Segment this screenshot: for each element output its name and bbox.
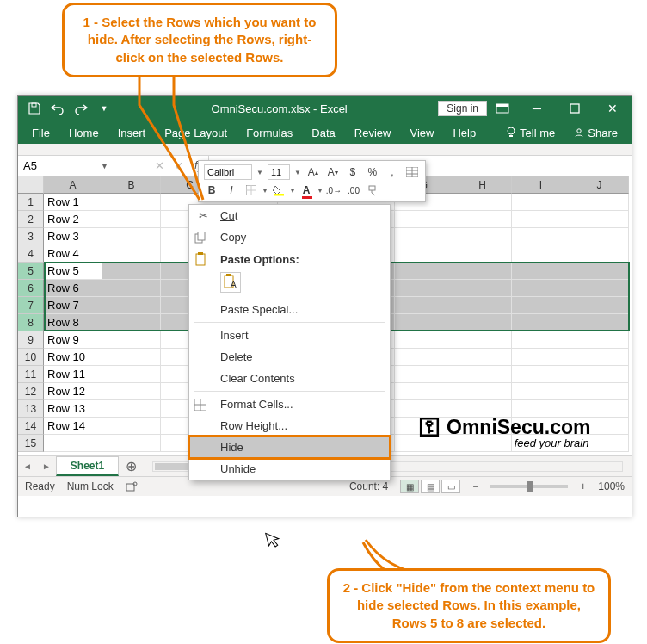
cell[interactable] [453, 228, 512, 245]
cell[interactable] [395, 366, 453, 383]
minimize-button[interactable]: ─ [518, 96, 556, 121]
decrease-decimal-icon[interactable]: .0→ [326, 183, 342, 198]
cell[interactable] [102, 314, 161, 331]
percent-format-icon[interactable]: % [365, 164, 380, 180]
tab-file[interactable]: File [23, 123, 59, 143]
row-header-13[interactable]: 13 [18, 400, 44, 418]
ctx-row-height[interactable]: Row Height... [189, 415, 390, 437]
ctx-paste-special[interactable]: Paste Special... [189, 299, 390, 320]
ctx-copy[interactable]: Copy [189, 226, 390, 248]
cell[interactable] [453, 194, 512, 211]
row-header-8[interactable]: 8 [18, 314, 44, 331]
ribbon-options-icon[interactable] [487, 96, 518, 121]
normal-view-button[interactable]: ▦ [400, 480, 419, 493]
borders-icon[interactable] [243, 183, 259, 198]
cell[interactable] [102, 366, 161, 383]
ctx-clear-contents[interactable]: Clear Contents [189, 368, 390, 389]
cell[interactable] [453, 314, 512, 331]
row-header-6[interactable]: 6 [18, 280, 44, 297]
ctx-insert[interactable]: Insert [189, 325, 390, 346]
cell[interactable] [512, 297, 570, 314]
row-header-5[interactable]: 5 [18, 263, 44, 280]
cell[interactable]: Row 7 [44, 297, 102, 314]
cell[interactable] [395, 383, 453, 400]
zoom-out-button[interactable]: − [472, 480, 478, 492]
new-sheet-button[interactable]: ⊕ [119, 458, 144, 474]
currency-format-icon[interactable]: $ [345, 164, 360, 180]
zoom-in-button[interactable]: + [580, 480, 586, 492]
undo-icon[interactable] [50, 101, 65, 116]
cell[interactable] [512, 331, 570, 349]
cell[interactable] [395, 331, 453, 349]
cell[interactable] [453, 263, 512, 280]
row-header-7[interactable]: 7 [18, 297, 44, 314]
row-header-10[interactable]: 10 [18, 349, 44, 366]
cell[interactable] [512, 228, 570, 245]
macro-record-icon[interactable] [126, 480, 138, 492]
page-layout-view-button[interactable]: ▤ [421, 480, 440, 493]
name-box[interactable]: A5 ▼ [18, 156, 114, 176]
cell[interactable] [395, 314, 453, 331]
ctx-cut[interactable]: ✂ Cut [189, 205, 390, 226]
chevron-down-icon[interactable]: ▼ [256, 169, 263, 176]
row-header-15[interactable]: 15 [18, 435, 44, 452]
fill-color-icon[interactable] [271, 183, 287, 198]
cell[interactable] [102, 245, 161, 263]
row-headers[interactable]: 123456789101112131415 [18, 194, 44, 452]
cell[interactable]: Row 11 [44, 366, 102, 383]
cell[interactable] [395, 349, 453, 366]
cell[interactable] [570, 331, 629, 349]
column-header-j[interactable]: J [570, 176, 629, 194]
italic-icon[interactable]: I [224, 183, 239, 198]
decrease-font-icon[interactable]: A▾ [325, 164, 341, 180]
cell[interactable] [512, 383, 570, 400]
cell[interactable] [512, 314, 570, 331]
cell[interactable]: Row 4 [44, 245, 102, 263]
cell[interactable] [570, 314, 629, 331]
zoom-slider[interactable] [490, 485, 568, 488]
redo-icon[interactable] [73, 101, 89, 116]
column-header-h[interactable]: H [453, 176, 512, 194]
cell[interactable] [395, 228, 453, 245]
cell[interactable] [570, 228, 629, 245]
tell-me-button[interactable]: Tell me [497, 123, 564, 143]
ctx-unhide[interactable]: Unhide [189, 458, 390, 480]
format-painter-icon[interactable] [366, 183, 381, 198]
cell[interactable] [453, 349, 512, 366]
paste-default-icon[interactable]: A [220, 272, 241, 293]
cell[interactable] [453, 211, 512, 228]
font-color-icon[interactable]: A [299, 183, 314, 198]
cell[interactable] [102, 400, 161, 418]
increase-font-icon[interactable]: A▴ [305, 164, 321, 180]
cell[interactable] [570, 383, 629, 400]
cell[interactable]: Row 1 [44, 194, 102, 211]
chevron-down-icon[interactable]: ▼ [294, 169, 301, 176]
select-all-corner[interactable] [18, 176, 44, 194]
row-header-12[interactable]: 12 [18, 383, 44, 400]
cell[interactable]: Row 12 [44, 383, 102, 400]
chevron-down-icon[interactable]: ▾ [263, 187, 267, 195]
ctx-format-cells[interactable]: Format Cells... [189, 393, 390, 415]
sheet-tab-sheet1[interactable]: Sheet1 [56, 456, 119, 476]
cell[interactable] [570, 280, 629, 297]
row-header-9[interactable]: 9 [18, 331, 44, 349]
cell[interactable] [512, 211, 570, 228]
cell[interactable] [395, 280, 453, 297]
cell[interactable]: Row 6 [44, 280, 102, 297]
maximize-button[interactable] [556, 96, 594, 121]
cell[interactable]: Row 5 [44, 263, 102, 280]
cell[interactable] [570, 263, 629, 280]
cell[interactable] [512, 366, 570, 383]
cell[interactable] [453, 297, 512, 314]
cell[interactable]: Row 14 [44, 418, 102, 435]
cell[interactable] [453, 331, 512, 349]
cell[interactable] [102, 211, 161, 228]
cell[interactable] [453, 366, 512, 383]
cell[interactable]: Row 10 [44, 349, 102, 366]
cell[interactable] [453, 383, 512, 400]
row-header-3[interactable]: 3 [18, 228, 44, 245]
cell[interactable] [512, 194, 570, 211]
column-header-i[interactable]: I [512, 176, 570, 194]
cell[interactable] [102, 228, 161, 245]
cell[interactable]: Row 2 [44, 211, 102, 228]
